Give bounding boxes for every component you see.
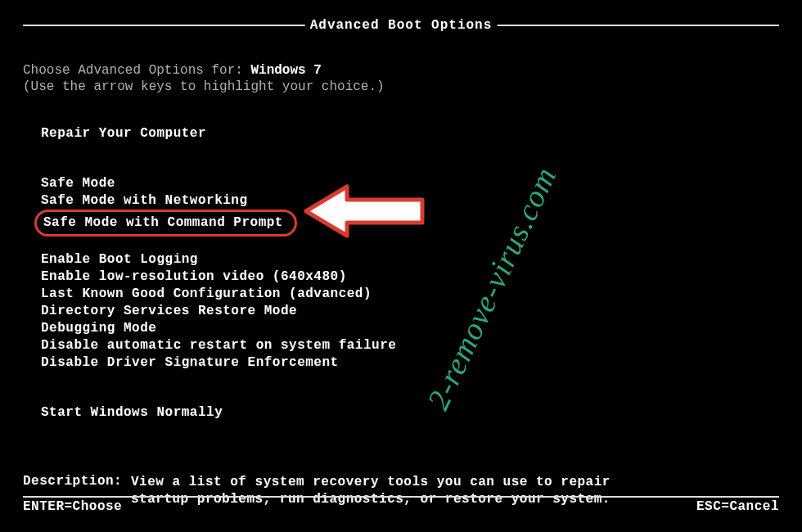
description-line1: View a list of system recovery tools you…: [131, 474, 611, 491]
os-name: Windows 7: [250, 63, 321, 78]
choose-prefix: Choose Advanced Options for:: [23, 63, 250, 78]
arrow-hint: (Use the arrow keys to highlight your ch…: [23, 79, 779, 94]
menu-item-disable-auto-restart[interactable]: Disable automatic restart on system fail…: [41, 337, 779, 354]
footer-bar: ENTER=Choose ESC=Cancel: [23, 496, 779, 514]
menu-gap: [41, 372, 779, 404]
menu-item-safe-mode-cmd[interactable]: Safe Mode with Command Prompt: [41, 210, 779, 237]
menu-item-safe-mode[interactable]: Safe Mode: [41, 175, 779, 192]
title-divider: Advanced Boot Options: [23, 25, 779, 26]
menu-item-boot-logging[interactable]: Enable Boot Logging: [41, 251, 779, 268]
menu-item-disable-driver-sig[interactable]: Disable Driver Signature Enforcement: [41, 354, 779, 372]
page-title: Advanced Boot Options: [305, 18, 498, 33]
menu-item-debugging[interactable]: Debugging Mode: [41, 320, 779, 337]
choose-os-line: Choose Advanced Options for: Windows 7: [23, 63, 779, 78]
menu-gap: [41, 237, 779, 251]
boot-options-screen: Advanced Boot Options Choose Advanced Op…: [0, 0, 802, 532]
menu-item-low-res[interactable]: Enable low-resolution video (640x480): [41, 268, 779, 286]
boot-menu[interactable]: Repair Your Computer Safe Mode Safe Mode…: [41, 125, 779, 422]
footer-enter: ENTER=Choose: [23, 499, 122, 514]
menu-item-ds-restore[interactable]: Directory Services Restore Mode: [41, 303, 779, 320]
menu-item-start-normally[interactable]: Start Windows Normally: [41, 404, 779, 422]
footer-esc: ESC=Cancel: [696, 499, 779, 514]
highlight-ring: Safe Mode with Command Prompt: [34, 210, 297, 237]
footer-divider: ENTER=Choose ESC=Cancel: [23, 496, 779, 514]
menu-item-last-known-good[interactable]: Last Known Good Configuration (advanced): [41, 286, 779, 303]
menu-item-repair[interactable]: Repair Your Computer: [41, 125, 779, 142]
menu-gap: [41, 142, 779, 175]
menu-item-safe-mode-networking[interactable]: Safe Mode with Networking: [41, 192, 779, 210]
